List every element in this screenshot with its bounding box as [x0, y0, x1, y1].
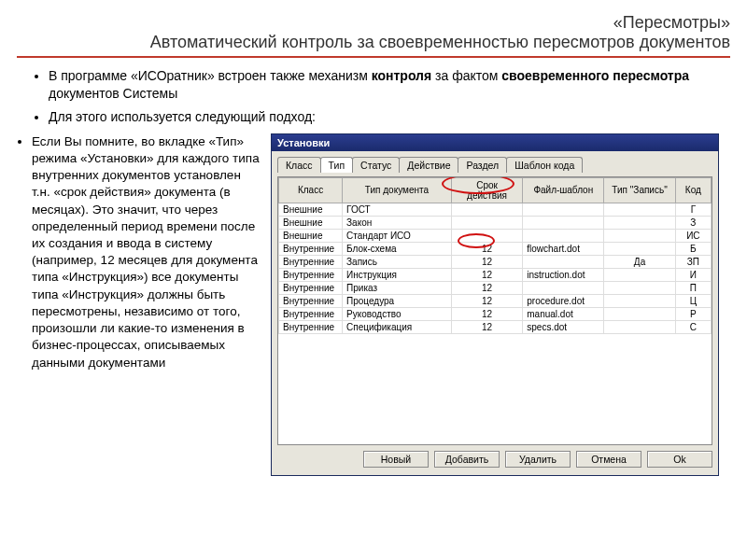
table-row[interactable]: ВнутренниеРуководство12manual.dotР: [279, 307, 712, 320]
table-row[interactable]: ВнутренниеСпецификация12specs.dotС: [279, 320, 712, 333]
table-row[interactable]: ВнутренниеПриказ12П: [279, 281, 712, 294]
grid[interactable]: Класс Тип документа Срок действия Файл-ш…: [277, 176, 712, 445]
delete-button[interactable]: Удалить: [505, 451, 571, 468]
table-row[interactable]: ВнешниеЗаконЗ: [279, 216, 712, 229]
tab-type[interactable]: Тип: [320, 157, 354, 173]
table-row[interactable]: ВнешниеСтандарт ИСОИС: [279, 229, 712, 242]
settings-window: Установки Класс Тип Статус Действие Разд…: [271, 133, 719, 476]
cancel-button[interactable]: Отмена: [576, 451, 641, 468]
col-record-type[interactable]: Тип "Запись": [604, 177, 675, 203]
new-button[interactable]: Новый: [363, 451, 429, 468]
table-row[interactable]: ВнутренниеПроцедура12procedure.dotЦ: [279, 294, 712, 307]
window-title: Установки: [272, 134, 718, 151]
bullet-2: Для этого используется следующий подход:: [49, 108, 721, 126]
ok-button[interactable]: Ok: [647, 451, 712, 468]
tab-code-template[interactable]: Шаблон кода: [506, 157, 583, 173]
table-header-row: Класс Тип документа Срок действия Файл-ш…: [279, 177, 712, 203]
add-button[interactable]: Добавить: [434, 451, 500, 468]
col-validity[interactable]: Срок действия: [451, 177, 522, 203]
tab-action[interactable]: Действие: [399, 157, 458, 173]
col-file-template[interactable]: Файл-шаблон: [523, 177, 604, 203]
table-row[interactable]: ВнутренниеИнструкция12instruction.dotИ: [279, 268, 712, 281]
button-row: Новый Добавить Удалить Отмена Ok: [277, 445, 712, 468]
tabs: Класс Тип Статус Действие Раздел Шаблон …: [277, 157, 712, 173]
slide-suptitle: «Пересмотры»: [17, 13, 730, 33]
col-doc-type[interactable]: Тип документа: [343, 177, 452, 203]
bullet-1: В программе «ИСОратник» встроен также ме…: [49, 67, 721, 103]
tab-class[interactable]: Класс: [277, 157, 321, 173]
tab-section[interactable]: Раздел: [458, 157, 507, 173]
col-code[interactable]: Код: [675, 177, 711, 203]
slide-title: Автоматический контроль за своевременнос…: [17, 33, 730, 58]
tab-status[interactable]: Статус: [352, 157, 400, 173]
table-row[interactable]: ВнутренниеЗапись12ДаЗП: [279, 255, 712, 268]
left-paragraph: Если Вы помните, во вкладке «Тип» режима…: [32, 133, 260, 371]
top-bullets: В программе «ИСОратник» встроен также ме…: [30, 67, 730, 126]
table-row[interactable]: ВнутренниеБлок-схема12flowchart.dotБ: [279, 242, 712, 255]
col-class[interactable]: Класс: [279, 177, 343, 203]
table-row[interactable]: ВнешниеГОСТГ: [279, 203, 712, 216]
